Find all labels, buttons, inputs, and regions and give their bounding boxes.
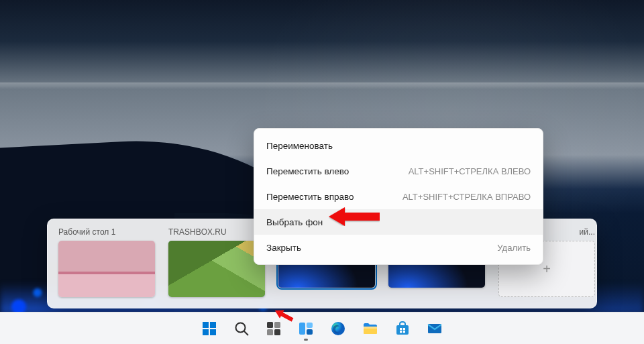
plus-icon: + — [543, 262, 551, 277]
svg-rect-4 — [203, 329, 209, 335]
virtual-desktop[interactable]: TRASHBOX.RU — [168, 227, 265, 298]
ctx-rename[interactable]: Переименовать — [254, 133, 543, 158]
ctx-close[interactable]: Закрыть Удалить — [254, 235, 543, 260]
svg-rect-17 — [364, 327, 377, 329]
svg-marker-0 — [329, 207, 380, 226]
svg-rect-19 — [400, 328, 402, 330]
search-button[interactable] — [227, 314, 256, 343]
desktop-thumbnail[interactable] — [58, 241, 155, 297]
virtual-desktop[interactable]: Рабочий стол 1 — [58, 227, 155, 298]
mail-button[interactable] — [421, 314, 449, 343]
ctx-label: Выбрать фон — [266, 217, 531, 227]
ctx-move-left[interactable]: Переместить влево ALT+SHIFT+СТРЕЛКА ВЛЕВ… — [254, 158, 543, 184]
svg-rect-22 — [403, 331, 405, 333]
svg-rect-8 — [267, 322, 273, 328]
task-view-button[interactable] — [292, 314, 320, 343]
desktop-label: Рабочий стол 1 — [58, 227, 155, 237]
svg-rect-20 — [403, 328, 405, 330]
ctx-choose-background[interactable]: Выбрать фон — [254, 209, 543, 235]
mail-icon — [427, 321, 443, 337]
desktop-label: TRASHBOX.RU — [168, 227, 265, 237]
svg-rect-2 — [203, 322, 209, 328]
svg-rect-18 — [396, 325, 409, 335]
svg-rect-21 — [400, 331, 402, 333]
context-menu: Переименовать Переместить влево ALT+SHIF… — [254, 128, 543, 265]
ctx-secondary: Удалить — [497, 243, 531, 253]
widgets-icon — [266, 321, 282, 337]
ctx-label: Переместить влево — [266, 166, 409, 176]
svg-rect-13 — [307, 323, 313, 328]
ctx-label: Закрыть — [266, 243, 497, 253]
annotation-arrow — [329, 207, 380, 226]
taskview-icon — [298, 321, 314, 337]
search-icon — [233, 321, 250, 337]
store-button[interactable] — [388, 314, 417, 343]
svg-rect-12 — [299, 323, 305, 335]
edge-icon — [330, 321, 346, 337]
ctx-move-right[interactable]: Переместить вправо ALT+SHIFT+СТРЕЛКА ВПР… — [254, 184, 543, 209]
ctx-label: Переместить вправо — [266, 192, 402, 202]
start-icon — [201, 321, 217, 337]
ctx-label: Переименовать — [266, 141, 531, 151]
svg-rect-5 — [210, 329, 216, 335]
ctx-shortcut: ALT+SHIFT+СТРЕЛКА ВПРАВО — [402, 192, 531, 202]
svg-rect-3 — [210, 322, 216, 328]
store-icon — [394, 321, 411, 337]
desktop-thumbnail[interactable] — [168, 241, 265, 297]
svg-line-7 — [244, 331, 248, 335]
taskbar — [0, 312, 644, 344]
ctx-shortcut: ALT+SHIFT+СТРЕЛКА ВЛЕВО — [409, 166, 531, 176]
svg-rect-9 — [274, 322, 280, 328]
svg-point-6 — [236, 323, 246, 332]
file-explorer-button[interactable] — [356, 314, 384, 343]
svg-rect-14 — [307, 329, 313, 335]
svg-rect-11 — [274, 329, 280, 335]
svg-rect-10 — [267, 329, 273, 335]
start-button[interactable] — [195, 314, 223, 343]
edge-button[interactable] — [324, 314, 352, 343]
explorer-icon — [362, 321, 378, 337]
